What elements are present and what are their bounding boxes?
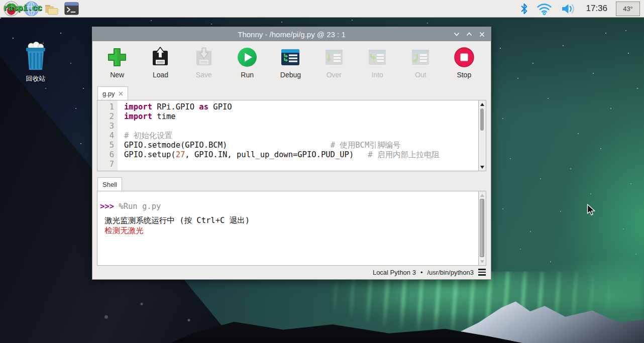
wifi-button[interactable] [536,3,552,15]
clock[interactable]: 17:36 [586,4,607,14]
screen: 回收站 [0,0,644,343]
taskbar: 17:36 43° [0,0,644,18]
toolbar-button-save: Save [187,46,221,86]
editor-gutter: 1234567 [97,100,118,171]
shell-scrollbar[interactable] [478,191,486,265]
toolbar-button-new[interactable]: New [100,46,134,86]
shell-tab-label: Shell [102,181,117,188]
line-number: 6 [97,150,114,160]
taskbar-status-area: 17:36 43° [520,2,644,16]
code-line [124,122,478,131]
terminal-button[interactable] [63,1,79,16]
code-editor[interactable]: 1234567 import RPi.GPIO as GPIOimport ti… [97,100,486,171]
code-line: import time [124,112,478,122]
minimize-icon [454,32,460,37]
step-into-icon [366,46,388,68]
toolbar-button-debug[interactable]: Debug [274,46,307,86]
toolbar-button-step-into: Into [361,46,394,86]
toolbar-label: Save [196,71,212,79]
toolbar-label: Into [371,71,383,79]
line-number: 1 [97,102,114,112]
tab-close-icon[interactable] [119,91,123,96]
scroll-down-arrow-icon[interactable] [479,258,486,265]
scroll-up-arrow-icon[interactable] [479,192,486,198]
run-icon [236,46,258,68]
toolbar-label: Out [415,71,426,79]
recycle-bin-shortcut[interactable]: 回收站 [12,42,59,83]
mouse-cursor [587,204,598,216]
shell-line: >>> %Run g.py [100,201,478,211]
line-number: 3 [97,122,114,131]
interpreter-menu-icon[interactable] [478,269,486,275]
editor-scrollbar-thumb[interactable] [480,108,484,131]
code-line: GPIO.setup(27, GPIO.IN, pull_up_down=GPI… [124,150,478,160]
scroll-down-arrow-icon[interactable] [479,164,486,170]
step-over-icon [323,46,345,68]
shell-panel[interactable]: >>> %Run g.py 激光监测系统运行中 (按 Ctrl+C 退出) 检测… [97,191,486,266]
interpreter-path: /usr/bin/python3 [427,269,474,276]
statusbar-bullet: • [420,269,423,276]
recycle-bin-icon [22,42,49,71]
line-number: 4 [97,131,114,141]
shell-tab[interactable]: Shell [97,177,122,191]
toolbar-button-step-out: Out [404,46,437,86]
new-file-icon [106,46,128,68]
toolbar-label: Run [241,71,254,79]
statusbar: Local Python 3 • /usr/bin/python3 [92,266,491,279]
line-number: 5 [97,141,114,150]
window-title: Thonny - /home/pi/g.py @ 23 : 1 [238,30,346,39]
line-number: 2 [97,112,114,122]
toolbar-label: New [110,71,124,79]
code-line: GPIO.setmode(GPIO.BCM) # 使用BCM引脚编号 [124,141,478,150]
debug-icon [279,46,301,68]
shell-tabrow: Shell [92,176,491,191]
terminal-icon [64,2,79,16]
line-number: 7 [97,160,114,169]
volume-icon [561,3,577,15]
close-button[interactable] [478,30,486,38]
toolbar-button-step-over: Over [317,46,351,86]
stars-decoration [0,18,1,19]
thonny-window: Thonny - /home/pi/g.py @ 23 : 1 [92,27,491,280]
editor-tab-gpy[interactable]: g.py [97,86,128,100]
code-line: import RPi.GPIO as GPIO [124,102,478,112]
bluetooth-icon [520,3,528,15]
toolbar-button-load[interactable]: Load [144,46,177,86]
shell-scrollbar-thumb[interactable] [480,199,484,257]
save-file-icon [193,46,215,68]
editor-tabrow: g.py [92,86,491,100]
titlebar[interactable]: Thonny - /home/pi/g.py @ 23 : 1 [92,27,491,41]
shell-blank-line [100,211,478,215]
toolbar-button-stop[interactable]: Stop [448,46,481,86]
step-out-icon [409,46,432,68]
close-icon [479,32,485,37]
stop-icon [453,46,475,68]
minimize-button[interactable] [453,30,461,38]
cpu-temperature-widget[interactable]: 43° [616,2,640,16]
code-line [124,160,478,169]
window-controls [453,27,486,41]
shell-output[interactable]: >>> %Run g.py 激光监测系统运行中 (按 Ctrl+C 退出) 检测… [97,191,478,265]
bluetooth-button[interactable] [520,3,528,15]
maximize-button[interactable] [465,30,473,38]
toolbar-label: Load [153,71,168,79]
file-manager-button[interactable] [43,1,59,16]
toolbar-label: Stop [457,71,471,79]
interpreter-name: Local Python 3 [373,269,416,276]
file-manager-icon [44,2,59,16]
toolbar-label: Over [327,71,342,79]
shell-line: 激光监测系统运行中 (按 Ctrl+C 退出) [100,215,478,225]
load-file-icon [149,46,171,68]
recycle-bin-label: 回收站 [12,74,59,83]
editor-scrollbar[interactable] [478,100,486,171]
scroll-up-arrow-icon[interactable] [479,101,486,107]
shell-line: 检测无激光 [100,225,478,236]
watermark-text: raspi.cc [4,4,42,13]
editor-code[interactable]: import RPi.GPIO as GPIOimport time# 初始化设… [118,100,478,171]
volume-button[interactable] [561,3,577,15]
toolbar: New Load S [92,41,491,86]
maximize-icon [466,32,472,37]
toolbar-label: Debug [280,71,301,79]
code-line: # 初始化设置 [124,131,478,141]
toolbar-button-run[interactable]: Run [231,46,264,86]
